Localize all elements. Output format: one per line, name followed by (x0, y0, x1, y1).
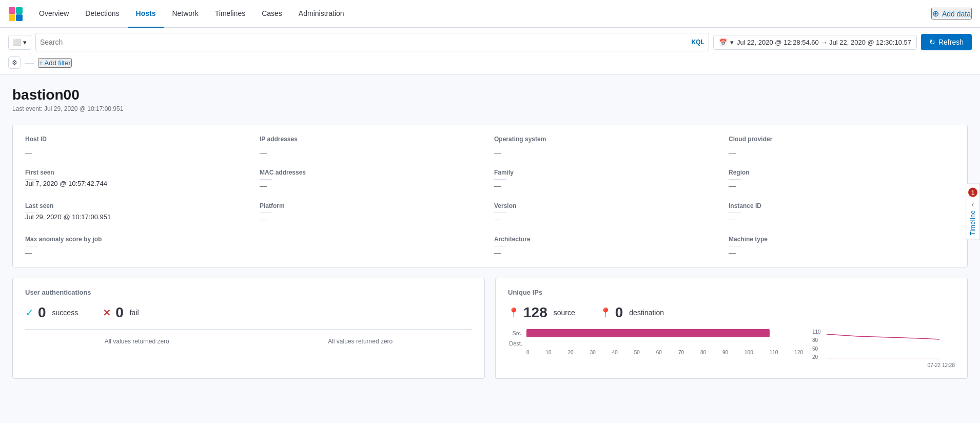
auth-success-stat: ✓ 0 success (25, 304, 78, 321)
detail-ip-addresses: IP addresses — (260, 136, 486, 157)
line-chart-inner: 110 80 50 20 07-22 1 (811, 329, 955, 368)
nav-item-hosts[interactable]: Hosts (128, 0, 164, 28)
search-input-wrap: KQL (35, 33, 709, 51)
line-chart-y-axis: 110 80 50 20 (811, 329, 822, 360)
auth-empty-row: All values returned zero All values retu… (25, 336, 472, 345)
source-label: source (554, 309, 575, 317)
divider: — (25, 57, 34, 68)
line-chart: 110 80 50 20 07-22 1 (811, 329, 955, 368)
nav-item-network[interactable]: Network (164, 0, 206, 28)
nav-item-cases[interactable]: Cases (253, 0, 290, 28)
auth-fail-stat: ✕ 0 fail (103, 304, 139, 321)
dst-bar-container (526, 339, 803, 348)
host-details-card: Host ID — IP addresses — Operating syste… (12, 125, 968, 267)
dest-label: destination (629, 309, 664, 317)
nav-items: Overview Detections Hosts Network Timeli… (31, 0, 931, 28)
card-divider (25, 329, 472, 330)
success-label: success (52, 309, 79, 317)
detail-first-seen: First seen Jul 7, 2020 @ 10:57:42.744 (25, 169, 251, 190)
chevron-left-icon: ‹ (972, 200, 974, 208)
auth-empty-left: All values returned zero (25, 336, 249, 345)
app-logo (8, 7, 23, 21)
success-count: 0 (38, 304, 46, 321)
detail-host-id: Host ID — (25, 136, 251, 157)
svg-rect-1 (16, 7, 23, 14)
refresh-button[interactable]: ↻ Refresh (921, 34, 972, 50)
cards-row: User authentications ✓ 0 success ✕ 0 fai… (12, 278, 968, 379)
detail-last-seen: Last seen Jul 29, 2020 @ 10:17:00.951 (25, 202, 251, 223)
host-title: bastion00 (12, 87, 968, 103)
settings-icon: ⚙ (12, 59, 17, 66)
ip-dest-stat: 📍 0 destination (600, 304, 664, 321)
filter-row: ⚙ — + Add filter (8, 56, 972, 74)
chart-area: Src. Dest. 0 10 20 (508, 329, 955, 368)
chevron-down-icon: ▾ (23, 39, 27, 46)
src-bar (526, 329, 770, 337)
filter-icon: ⬜ (13, 39, 21, 46)
user-auth-title: User authentications (25, 289, 472, 296)
auth-empty-right: All values returned zero (249, 336, 473, 345)
date-range-button[interactable]: 📅 ▾ Jul 22, 2020 @ 12:28:54.60 → Jul 22,… (713, 35, 917, 50)
source-count: 128 (523, 304, 547, 321)
host-last-event: Last event: Jul 29, 2020 @ 10:17:00.951 (12, 105, 968, 112)
detail-region: Region — (729, 169, 955, 190)
nav-right: ⊕ Add data (931, 8, 972, 20)
src-bar-row: Src. (508, 329, 803, 337)
search-input[interactable] (40, 38, 688, 46)
line-chart-svg (811, 329, 955, 360)
check-icon: ✓ (25, 306, 34, 319)
detail-architecture: Architecture — (494, 236, 720, 257)
search-type-button[interactable]: ⬜ ▾ (8, 35, 31, 50)
nav-item-overview[interactable]: Overview (31, 0, 77, 28)
unique-ips-title: Unique IPs (508, 289, 955, 296)
detail-operating-system: Operating system — (494, 136, 720, 157)
detail-instance-id: Instance ID — (729, 202, 955, 223)
line-chart-svg-wrap: 07-22 12:28 (811, 329, 955, 368)
timeline-label: Timeline (969, 210, 976, 236)
filter-options-button[interactable]: ⚙ (8, 56, 21, 69)
ip-stats: 📍 128 source 📍 0 destination (508, 304, 955, 321)
main-content: bastion00 Last event: Jul 29, 2020 @ 10:… (0, 74, 980, 391)
dst-label: Dest. (508, 340, 522, 347)
top-navigation: Overview Detections Hosts Network Timeli… (0, 0, 980, 28)
detail-mac-addresses: MAC addresses — (260, 169, 486, 190)
nav-item-administration[interactable]: Administration (290, 0, 352, 28)
auth-stats: ✓ 0 success ✕ 0 fail (25, 304, 472, 321)
detail-version: Version — (494, 202, 720, 223)
timeline-badge: 1 (968, 188, 977, 197)
line-chart-x-label: 07-22 12:28 (811, 362, 955, 368)
refresh-icon: ↻ (929, 38, 935, 46)
x-icon: ✕ (103, 306, 111, 319)
unique-ips-card: Unique IPs 📍 128 source 📍 0 destination (495, 278, 968, 379)
detail-platform: Platform — (260, 202, 486, 223)
svg-rect-3 (16, 14, 23, 21)
calendar-icon: 📅 (719, 39, 727, 46)
src-label: Src. (508, 330, 522, 336)
bar-x-axis: 0 10 20 30 40 50 60 70 80 90 100 110 120 (508, 350, 803, 355)
plus-circle-icon: ⊕ (932, 9, 939, 18)
kql-badge[interactable]: KQL (692, 39, 704, 46)
add-filter-button[interactable]: + Add filter (38, 58, 72, 68)
user-auth-card: User authentications ✓ 0 success ✕ 0 fai… (12, 278, 485, 379)
detail-family: Family — (494, 169, 720, 190)
refresh-label: Refresh (938, 38, 964, 46)
nav-item-detections[interactable]: Detections (77, 0, 127, 28)
dest-count: 0 (615, 304, 623, 321)
add-data-button[interactable]: ⊕ Add data (931, 8, 972, 20)
details-grid: Host ID — IP addresses — Operating syste… (25, 136, 955, 257)
timeline-sidebar[interactable]: 1 ‹ Timeline (966, 183, 980, 240)
fail-label: fail (130, 309, 139, 317)
svg-rect-0 (9, 7, 15, 14)
svg-rect-2 (9, 14, 15, 21)
detail-max-anomaly: Max anomaly score by job — (25, 236, 251, 257)
search-bar: ⬜ ▾ KQL 📅 ▾ Jul 22, 2020 @ 12:28:54.60 →… (0, 28, 980, 74)
detail-empty-1 (260, 236, 486, 257)
fail-count: 0 (115, 304, 124, 321)
nav-item-timelines[interactable]: Timelines (207, 0, 253, 28)
detail-machine-type: Machine type — (729, 236, 955, 257)
detail-cloud-provider: Cloud provider — (729, 136, 955, 157)
location-pin-icon: 📍 (508, 307, 519, 318)
dst-bar-row: Dest. (508, 339, 803, 348)
bar-chart: Src. Dest. 0 10 20 (508, 329, 803, 368)
location-pin-dest-icon: 📍 (600, 307, 611, 318)
